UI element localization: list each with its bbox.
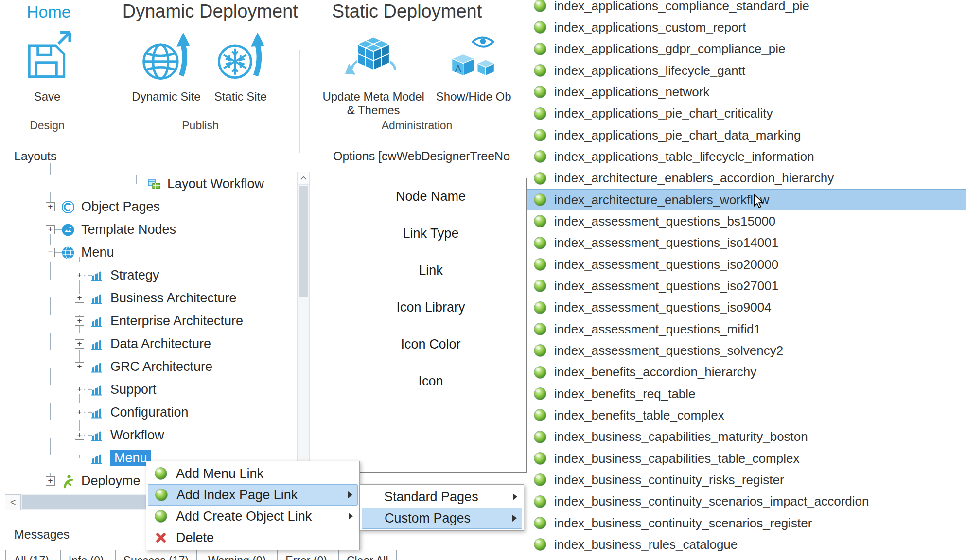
messages-filter-tab[interactable]: Success (17) bbox=[115, 550, 197, 560]
page-list-item-label: index_applications_compliance_standard_p… bbox=[554, 0, 809, 14]
tree-item[interactable]: + Strategy bbox=[4, 264, 295, 287]
context-menu-item-label: Add Index Page Link bbox=[176, 488, 298, 503]
page-list-item[interactable]: index_applications_compliance_standard_p… bbox=[527, 0, 966, 17]
page-list-item-label: index_applications_table_lifecycle_infor… bbox=[554, 149, 814, 164]
messages-filter-tab[interactable]: Warning (0) bbox=[200, 550, 274, 560]
green-sphere-icon bbox=[533, 365, 547, 380]
tree-item[interactable]: + Workflow bbox=[4, 424, 295, 447]
green-sphere-icon bbox=[533, 192, 547, 207]
tree-expander[interactable]: + bbox=[46, 202, 55, 211]
messages-panel-title: Messages bbox=[10, 527, 73, 542]
context-menu-item[interactable]: Add Menu Link bbox=[148, 463, 358, 484]
page-list-item-label: index_assessment_questions_iso9004 bbox=[554, 300, 772, 315]
tree-expander[interactable]: + bbox=[75, 408, 84, 417]
tree-expander[interactable]: + bbox=[75, 385, 84, 394]
tree-item-label: Enterprise Architecture bbox=[110, 314, 243, 329]
page-list-item[interactable]: index_applications_network bbox=[527, 81, 966, 103]
tree-item-label: Object Pages bbox=[81, 199, 160, 214]
scroll-up-button[interactable] bbox=[298, 172, 309, 185]
form-field-label: Link Type bbox=[335, 215, 527, 252]
page-list-item[interactable]: index_applications_table_lifecycle_infor… bbox=[527, 146, 966, 167]
ribbon-button[interactable]: Dynamic Site bbox=[132, 27, 200, 104]
context-submenu-item-label: Standard Pages bbox=[384, 490, 478, 505]
tree-item-label: Menu bbox=[110, 450, 151, 466]
page-list-item[interactable]: index_assessment_questions_iso9004 bbox=[527, 297, 966, 318]
tree-item[interactable]: Layout Workflow bbox=[4, 173, 295, 195]
ribbon-tab[interactable]: Dynamic Deployment bbox=[123, 0, 298, 22]
messages-filter-tab[interactable]: Error (0) bbox=[277, 550, 335, 560]
page-list-item[interactable]: index_applications_custom_report bbox=[527, 17, 966, 38]
tree-item[interactable]: − Menu bbox=[4, 241, 295, 264]
page-list-item[interactable]: index_business_continuity_scenarios_impa… bbox=[527, 491, 966, 512]
page-list-item[interactable]: index_applications_pie_chart_data_markin… bbox=[527, 124, 966, 146]
page-list-item[interactable]: index_assessment_questions_solvency2 bbox=[527, 340, 966, 361]
tree-expander[interactable]: + bbox=[75, 362, 84, 371]
tree-expander[interactable]: + bbox=[75, 271, 84, 280]
tree-expander[interactable]: + bbox=[75, 431, 84, 440]
page-list-item[interactable]: index_applications_gdpr_compliance_pie bbox=[527, 38, 966, 60]
page-list-item[interactable]: index_benefits_accordion_hierarchy bbox=[527, 362, 966, 383]
page-list-item[interactable]: index_assessment_questions_bs15000 bbox=[527, 210, 966, 232]
page-list-item[interactable]: index_assessment_questions_iso27001 bbox=[527, 275, 966, 297]
tree-item[interactable]: + Enterprise Architecture bbox=[4, 310, 295, 332]
context-menu-item[interactable]: Add Index Page Link bbox=[148, 484, 358, 506]
page-list-item[interactable]: index_business_rules_catalogue bbox=[527, 534, 966, 555]
options-panel-title: Options [cwWebDesignerTreeNo bbox=[329, 149, 514, 163]
ribbon-button[interactable]: Save bbox=[19, 27, 75, 104]
page-list-item[interactable]: index_business_rules_data_accordion bbox=[527, 556, 966, 560]
context-submenu-item[interactable]: Standard Pages bbox=[362, 486, 522, 508]
tree-expander[interactable]: + bbox=[46, 225, 55, 234]
green-sphere-icon bbox=[533, 537, 547, 552]
update-meta-model-cube-icon bbox=[345, 27, 402, 88]
tree-item[interactable]: + Configuration bbox=[4, 401, 295, 424]
page-list-item[interactable]: index_business_continuity_scenarios_regi… bbox=[527, 512, 966, 534]
page-list-item[interactable]: index_business_capabilities_table_comple… bbox=[527, 448, 966, 469]
page-list-item-label: index_architecture_enablers_workflow bbox=[554, 192, 769, 208]
context-menu-item[interactable]: Delete bbox=[148, 527, 358, 548]
tree-item-label: Business Architecture bbox=[110, 291, 237, 306]
page-list-item[interactable]: index_assessment_questions_mifid1 bbox=[527, 318, 966, 340]
template-nodes-icon bbox=[61, 223, 75, 237]
tree-expander[interactable]: + bbox=[46, 476, 55, 486]
page-list-item[interactable]: index_business_continuity_risks_register bbox=[527, 469, 966, 490]
page-list-item[interactable]: index_architecture_enablers_accordion_hi… bbox=[527, 168, 966, 189]
page-list-item[interactable]: index_benefits_table_complex bbox=[527, 404, 966, 426]
page-list-item[interactable]: index_architecture_enablers_workflow bbox=[527, 189, 966, 210]
ribbon-button[interactable]: A Show/Hide Ob bbox=[436, 27, 511, 104]
context-menu-item-label: Add Menu Link bbox=[176, 466, 263, 481]
page-list-item-label: index_assessment_questions_bs15000 bbox=[554, 214, 775, 229]
messages-filter-tab[interactable]: All (17) bbox=[5, 550, 57, 560]
object-pages-icon bbox=[61, 200, 75, 214]
ribbon-button[interactable]: Update Meta Model & Themes bbox=[322, 27, 424, 117]
page-list-item[interactable]: index_business_capabilities_maturity_bos… bbox=[527, 426, 966, 448]
vertical-scroll-thumb[interactable] bbox=[299, 186, 308, 298]
page-list-item[interactable]: index_applications_lifecycle_gantt bbox=[527, 60, 966, 81]
context-submenu-item[interactable]: Custom Pages bbox=[362, 508, 522, 529]
ribbon-button[interactable]: Static Site bbox=[212, 27, 269, 104]
tree-item[interactable]: + Data Architecture bbox=[4, 332, 295, 355]
form-field-label: Icon Color bbox=[335, 326, 527, 363]
page-list-item[interactable]: index_applications_pie_chart_criticality bbox=[527, 103, 966, 124]
tree-expander[interactable]: − bbox=[46, 248, 55, 257]
messages-filter-tab[interactable]: Clear All bbox=[338, 550, 397, 560]
tree-item[interactable]: + Object Pages bbox=[4, 195, 295, 218]
page-list-item[interactable]: index_assessment_questions_iso20000 bbox=[527, 254, 966, 275]
page-list-item[interactable]: index_assessment_questions_iso14001 bbox=[527, 232, 966, 254]
tree-item[interactable]: + GRC Architecture bbox=[4, 355, 295, 378]
ribbon-tab[interactable]: Home bbox=[17, 0, 81, 23]
tree-expander[interactable]: + bbox=[75, 294, 84, 303]
ribbon-tab[interactable]: Static Deployment bbox=[332, 0, 482, 22]
tree-item[interactable]: + Business Architecture bbox=[4, 287, 295, 310]
page-list-item-label: index_benefits_table_complex bbox=[554, 408, 724, 423]
green-sphere-icon bbox=[533, 20, 547, 35]
scroll-left-button[interactable]: < bbox=[5, 494, 21, 510]
tree-expander[interactable]: + bbox=[75, 339, 84, 349]
page-list-item-label: index_assessment_questions_mifid1 bbox=[554, 322, 761, 337]
tree-vertical-scrollbar[interactable] bbox=[297, 172, 310, 492]
page-list-item[interactable]: index_benefits_req_table bbox=[527, 383, 966, 404]
tree-item[interactable]: + Support bbox=[4, 378, 295, 401]
tree-expander[interactable]: + bbox=[75, 316, 84, 326]
tree-item[interactable]: + Template Nodes bbox=[4, 218, 295, 241]
messages-filter-tab[interactable]: Info (0) bbox=[60, 550, 112, 560]
context-menu-item[interactable]: Add Create Object Link bbox=[148, 506, 358, 527]
